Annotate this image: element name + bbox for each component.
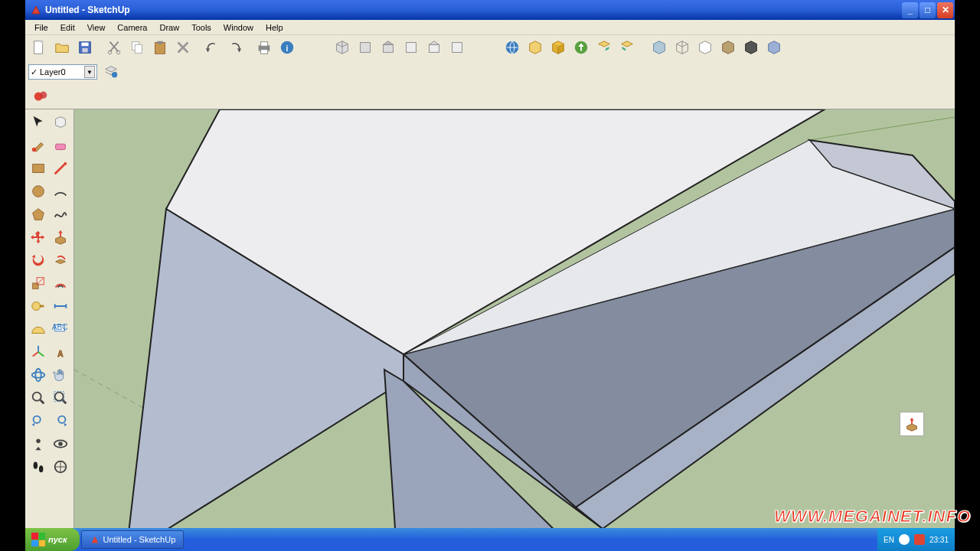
- close-button[interactable]: ✕: [937, 2, 953, 18]
- right-view-button[interactable]: [400, 37, 422, 58]
- svg-rect-5: [82, 48, 87, 52]
- tape-tool[interactable]: [27, 295, 50, 318]
- eraser-tool[interactable]: [50, 134, 73, 157]
- svg-marker-0: [32, 6, 40, 14]
- start-button[interactable]: пуск: [25, 528, 80, 551]
- copy-button[interactable]: [126, 37, 148, 58]
- back-view-button[interactable]: [423, 37, 445, 58]
- layer-dropdown[interactable]: ✓ Layer0 ▼: [28, 64, 97, 80]
- protractor-tool[interactable]: [27, 318, 50, 341]
- walk-tool[interactable]: [27, 455, 50, 478]
- upload-button[interactable]: [570, 37, 592, 58]
- component-tool[interactable]: [50, 111, 73, 134]
- export-button[interactable]: [593, 37, 615, 58]
- svg-rect-9: [135, 44, 142, 53]
- svg-rect-14: [260, 50, 267, 54]
- svg-rect-31: [32, 165, 44, 173]
- svg-rect-20: [407, 43, 416, 53]
- share-model-button[interactable]: [524, 37, 546, 58]
- wireframe-button[interactable]: [671, 37, 693, 58]
- menu-file[interactable]: File: [28, 21, 54, 34]
- maximize-button[interactable]: □: [920, 2, 936, 18]
- monochrome-button[interactable]: [763, 37, 785, 58]
- taskbar-app-button[interactable]: Untitled - SketchUp: [81, 530, 185, 549]
- 3dtext-tool[interactable]: A: [50, 341, 73, 364]
- select-tool[interactable]: [27, 111, 50, 134]
- zoom-tool[interactable]: [27, 386, 50, 409]
- svg-marker-33: [32, 209, 44, 220]
- model-info-button[interactable]: i: [276, 37, 298, 58]
- new-file-button[interactable]: [28, 37, 50, 58]
- orbit-tool[interactable]: [27, 364, 50, 386]
- zoom-window-tool[interactable]: [50, 386, 73, 409]
- menu-view[interactable]: View: [81, 21, 112, 34]
- delete-button[interactable]: [172, 37, 194, 58]
- tray-icon-1[interactable]: [899, 534, 910, 545]
- position-camera-tool[interactable]: [27, 432, 50, 455]
- svg-point-41: [35, 369, 41, 382]
- paint-tool[interactable]: [27, 134, 50, 157]
- left-view-button[interactable]: [446, 37, 468, 58]
- save-button[interactable]: [74, 37, 96, 58]
- menu-camera[interactable]: Camera: [111, 21, 153, 34]
- pushpull-cursor-icon: [900, 412, 924, 436]
- svg-point-49: [59, 442, 64, 446]
- print-button[interactable]: [253, 37, 275, 58]
- plugin-button[interactable]: [30, 86, 51, 107]
- tray-icon-2[interactable]: [914, 534, 925, 545]
- circle-tool[interactable]: [27, 180, 50, 203]
- system-tray: EN 23:31: [877, 528, 955, 551]
- front-view-button[interactable]: [377, 37, 399, 58]
- dimension-tool[interactable]: [50, 295, 73, 318]
- shaded-button[interactable]: [717, 37, 739, 58]
- pan-tool[interactable]: [50, 364, 73, 386]
- top-view-button[interactable]: [354, 37, 376, 58]
- section-tool[interactable]: [50, 455, 73, 478]
- cut-button[interactable]: [103, 37, 125, 58]
- menu-edit[interactable]: Edit: [54, 21, 81, 34]
- main-toolbar: i ✓ Layer0: [25, 35, 955, 109]
- rotate-tool[interactable]: [27, 249, 50, 272]
- iso-view-button[interactable]: [332, 37, 353, 58]
- text-tool[interactable]: ABC: [50, 318, 73, 341]
- scale-tool[interactable]: [27, 272, 50, 295]
- offset-tool[interactable]: [50, 272, 73, 295]
- viewport-3d[interactable]: [74, 109, 955, 540]
- menu-draw[interactable]: Draw: [153, 21, 185, 34]
- line-tool[interactable]: [50, 157, 73, 180]
- layer-manager-button[interactable]: [100, 61, 122, 83]
- next-view-tool[interactable]: [50, 409, 73, 432]
- undo-button[interactable]: [201, 37, 223, 58]
- window-title: Untitled - SketchUp: [45, 5, 902, 15]
- menu-tools[interactable]: Tools: [185, 21, 217, 34]
- tray-lang[interactable]: EN: [884, 536, 894, 544]
- redo-button[interactable]: [224, 37, 246, 58]
- followme-tool[interactable]: [50, 249, 73, 272]
- get-models-button[interactable]: [501, 37, 523, 58]
- move-tool[interactable]: [27, 226, 50, 249]
- paste-button[interactable]: [149, 37, 171, 58]
- rectangle-tool[interactable]: [27, 157, 50, 180]
- hidden-line-button[interactable]: [694, 37, 716, 58]
- svg-point-51: [39, 465, 43, 472]
- arc-tool[interactable]: [50, 180, 73, 203]
- tool-palette: ABC A: [25, 109, 74, 540]
- menu-help[interactable]: Help: [260, 21, 289, 34]
- look-around-tool[interactable]: [50, 432, 73, 455]
- minimize-button[interactable]: _: [902, 2, 918, 18]
- polygon-tool[interactable]: [27, 203, 50, 226]
- svg-rect-23: [452, 43, 462, 53]
- freehand-tool[interactable]: [50, 203, 73, 226]
- open-file-button[interactable]: [51, 37, 73, 58]
- import-button[interactable]: [616, 37, 638, 58]
- windows-logo-icon: [31, 533, 45, 546]
- axes-tool[interactable]: [27, 341, 50, 364]
- warehouse-button[interactable]: [547, 37, 569, 58]
- previous-view-tool[interactable]: [27, 409, 50, 432]
- check-icon: ✓: [31, 67, 38, 77]
- menu-window[interactable]: Window: [217, 21, 260, 34]
- shaded-textures-button[interactable]: [740, 37, 762, 58]
- pushpull-tool[interactable]: [50, 226, 73, 249]
- xray-button[interactable]: [648, 37, 670, 58]
- tray-clock[interactable]: 23:31: [929, 536, 949, 544]
